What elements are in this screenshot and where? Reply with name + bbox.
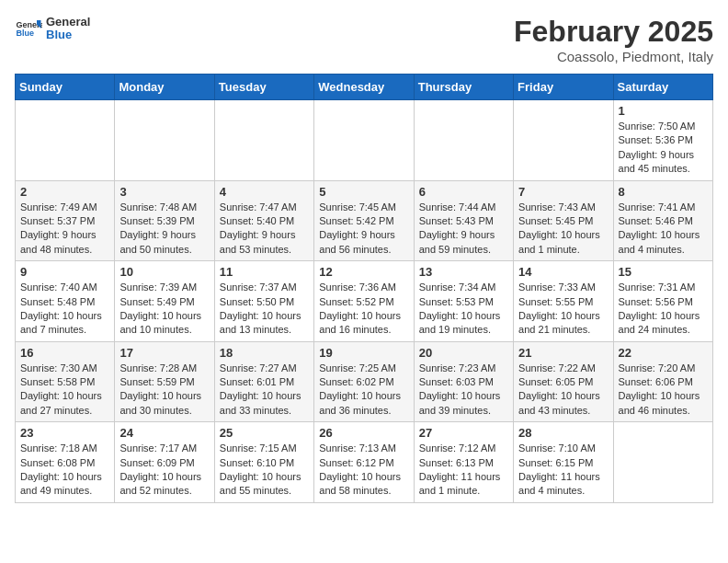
logo: General Blue General Blue xyxy=(15,15,90,42)
day-info: Sunrise: 7:17 AM Sunset: 6:09 PM Dayligh… xyxy=(119,442,209,499)
day-info: Sunrise: 7:44 AM Sunset: 5:43 PM Dayligh… xyxy=(419,201,508,258)
calendar-cell: 10Sunrise: 7:39 AM Sunset: 5:49 PM Dayli… xyxy=(115,261,214,342)
week-row-2: 2Sunrise: 7:49 AM Sunset: 5:37 PM Daylig… xyxy=(16,180,713,261)
day-number: 7 xyxy=(518,185,608,199)
calendar-cell: 14Sunrise: 7:33 AM Sunset: 5:55 PM Dayli… xyxy=(514,261,613,342)
calendar-cell: 18Sunrise: 7:27 AM Sunset: 6:01 PM Dayli… xyxy=(214,341,313,422)
calendar-cell: 11Sunrise: 7:37 AM Sunset: 5:50 PM Dayli… xyxy=(214,261,313,342)
day-number: 20 xyxy=(419,346,508,360)
week-row-3: 9Sunrise: 7:40 AM Sunset: 5:48 PM Daylig… xyxy=(16,261,713,342)
day-info: Sunrise: 7:18 AM Sunset: 6:08 PM Dayligh… xyxy=(20,442,109,499)
weekday-header-tuesday: Tuesday xyxy=(214,75,313,100)
day-info: Sunrise: 7:39 AM Sunset: 5:49 PM Dayligh… xyxy=(119,281,209,338)
weekday-header-monday: Monday xyxy=(115,75,214,100)
title-block: February 2025 Coassolo, Piedmont, Italy xyxy=(514,15,713,64)
day-info: Sunrise: 7:41 AM Sunset: 5:46 PM Dayligh… xyxy=(619,201,708,258)
location-subtitle: Coassolo, Piedmont, Italy xyxy=(514,49,713,64)
day-number: 28 xyxy=(518,426,608,440)
day-info: Sunrise: 7:12 AM Sunset: 6:13 PM Dayligh… xyxy=(419,442,508,499)
day-info: Sunrise: 7:47 AM Sunset: 5:40 PM Dayligh… xyxy=(220,201,309,258)
day-number: 26 xyxy=(319,426,408,440)
calendar-cell xyxy=(514,100,613,181)
calendar-cell: 17Sunrise: 7:28 AM Sunset: 5:59 PM Dayli… xyxy=(115,341,214,422)
calendar-cell xyxy=(16,100,115,181)
day-number: 8 xyxy=(619,185,708,199)
day-number: 6 xyxy=(419,185,508,199)
weekday-header-wednesday: Wednesday xyxy=(314,75,414,100)
day-info: Sunrise: 7:31 AM Sunset: 5:56 PM Dayligh… xyxy=(619,281,708,338)
day-info: Sunrise: 7:36 AM Sunset: 5:52 PM Dayligh… xyxy=(319,281,408,338)
day-number: 19 xyxy=(319,346,408,360)
day-number: 15 xyxy=(619,265,708,279)
day-info: Sunrise: 7:40 AM Sunset: 5:48 PM Dayligh… xyxy=(20,281,109,338)
logo-blue: Blue xyxy=(46,28,72,41)
logo-general: General xyxy=(46,15,90,29)
day-number: 14 xyxy=(518,265,608,279)
calendar-cell: 4Sunrise: 7:47 AM Sunset: 5:40 PM Daylig… xyxy=(214,180,313,261)
calendar-cell: 3Sunrise: 7:48 AM Sunset: 5:39 PM Daylig… xyxy=(115,180,214,261)
calendar-cell xyxy=(314,100,414,181)
day-info: Sunrise: 7:37 AM Sunset: 5:50 PM Dayligh… xyxy=(220,281,309,338)
month-title: February 2025 xyxy=(514,15,713,49)
calendar-cell: 7Sunrise: 7:43 AM Sunset: 5:45 PM Daylig… xyxy=(514,180,613,261)
calendar-table: SundayMondayTuesdayWednesdayThursdayFrid… xyxy=(15,74,713,503)
calendar-cell: 13Sunrise: 7:34 AM Sunset: 5:53 PM Dayli… xyxy=(414,261,513,342)
calendar-cell: 16Sunrise: 7:30 AM Sunset: 5:58 PM Dayli… xyxy=(16,341,115,422)
calendar-cell: 27Sunrise: 7:12 AM Sunset: 6:13 PM Dayli… xyxy=(414,422,513,503)
day-info: Sunrise: 7:50 AM Sunset: 5:36 PM Dayligh… xyxy=(619,120,708,177)
day-number: 10 xyxy=(119,265,209,279)
calendar-cell: 22Sunrise: 7:20 AM Sunset: 6:06 PM Dayli… xyxy=(613,341,712,422)
svg-text:Blue: Blue xyxy=(17,29,35,38)
day-number: 24 xyxy=(119,426,209,440)
day-info: Sunrise: 7:34 AM Sunset: 5:53 PM Dayligh… xyxy=(419,281,508,338)
day-info: Sunrise: 7:49 AM Sunset: 5:37 PM Dayligh… xyxy=(20,201,109,258)
calendar-cell: 8Sunrise: 7:41 AM Sunset: 5:46 PM Daylig… xyxy=(613,180,712,261)
weekday-header-thursday: Thursday xyxy=(414,75,513,100)
weekday-header-friday: Friday xyxy=(514,75,613,100)
calendar-cell xyxy=(214,100,313,181)
calendar-cell: 12Sunrise: 7:36 AM Sunset: 5:52 PM Dayli… xyxy=(314,261,414,342)
day-info: Sunrise: 7:28 AM Sunset: 5:59 PM Dayligh… xyxy=(119,362,209,419)
day-number: 3 xyxy=(119,185,209,199)
day-info: Sunrise: 7:20 AM Sunset: 6:06 PM Dayligh… xyxy=(619,362,708,419)
day-number: 13 xyxy=(419,265,508,279)
weekday-header-sunday: Sunday xyxy=(16,75,115,100)
calendar-cell: 24Sunrise: 7:17 AM Sunset: 6:09 PM Dayli… xyxy=(115,422,214,503)
calendar-cell: 5Sunrise: 7:45 AM Sunset: 5:42 PM Daylig… xyxy=(314,180,414,261)
calendar-cell: 2Sunrise: 7:49 AM Sunset: 5:37 PM Daylig… xyxy=(16,180,115,261)
day-number: 1 xyxy=(619,104,708,118)
day-info: Sunrise: 7:15 AM Sunset: 6:10 PM Dayligh… xyxy=(220,442,309,499)
day-info: Sunrise: 7:33 AM Sunset: 5:55 PM Dayligh… xyxy=(518,281,608,338)
day-number: 22 xyxy=(619,346,708,360)
day-info: Sunrise: 7:13 AM Sunset: 6:12 PM Dayligh… xyxy=(319,442,408,499)
day-info: Sunrise: 7:45 AM Sunset: 5:42 PM Dayligh… xyxy=(319,201,408,258)
day-number: 23 xyxy=(20,426,109,440)
week-row-5: 23Sunrise: 7:18 AM Sunset: 6:08 PM Dayli… xyxy=(16,422,713,503)
day-number: 9 xyxy=(20,265,109,279)
day-number: 4 xyxy=(220,185,309,199)
day-number: 12 xyxy=(319,265,408,279)
calendar-cell: 15Sunrise: 7:31 AM Sunset: 5:56 PM Dayli… xyxy=(613,261,712,342)
calendar-cell xyxy=(115,100,214,181)
day-number: 11 xyxy=(220,265,309,279)
calendar-cell: 21Sunrise: 7:22 AM Sunset: 6:05 PM Dayli… xyxy=(514,341,613,422)
calendar-cell: 23Sunrise: 7:18 AM Sunset: 6:08 PM Dayli… xyxy=(16,422,115,503)
day-info: Sunrise: 7:23 AM Sunset: 6:03 PM Dayligh… xyxy=(419,362,508,419)
calendar-cell xyxy=(613,422,712,503)
day-number: 5 xyxy=(319,185,408,199)
day-info: Sunrise: 7:48 AM Sunset: 5:39 PM Dayligh… xyxy=(119,201,209,258)
day-number: 27 xyxy=(419,426,508,440)
calendar-cell: 9Sunrise: 7:40 AM Sunset: 5:48 PM Daylig… xyxy=(16,261,115,342)
calendar-cell xyxy=(414,100,513,181)
day-info: Sunrise: 7:10 AM Sunset: 6:15 PM Dayligh… xyxy=(518,442,608,499)
calendar-cell: 26Sunrise: 7:13 AM Sunset: 6:12 PM Dayli… xyxy=(314,422,414,503)
day-number: 16 xyxy=(20,346,109,360)
day-number: 2 xyxy=(20,185,109,199)
logo-icon: General Blue xyxy=(15,15,42,42)
calendar-cell: 19Sunrise: 7:25 AM Sunset: 6:02 PM Dayli… xyxy=(314,341,414,422)
calendar-cell: 20Sunrise: 7:23 AM Sunset: 6:03 PM Dayli… xyxy=(414,341,513,422)
week-row-4: 16Sunrise: 7:30 AM Sunset: 5:58 PM Dayli… xyxy=(16,341,713,422)
calendar-cell: 1Sunrise: 7:50 AM Sunset: 5:36 PM Daylig… xyxy=(613,100,712,181)
day-info: Sunrise: 7:30 AM Sunset: 5:58 PM Dayligh… xyxy=(20,362,109,419)
day-info: Sunrise: 7:27 AM Sunset: 6:01 PM Dayligh… xyxy=(220,362,309,419)
